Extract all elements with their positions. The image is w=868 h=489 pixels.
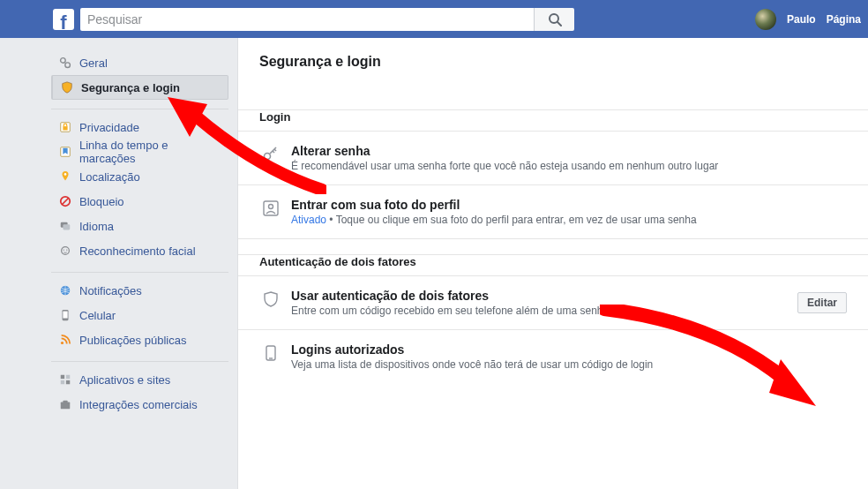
row-title: Usar autenticação de dois fatores: [291, 289, 797, 303]
svg-rect-11: [63, 224, 70, 229]
sidebar-item-privacy[interactable]: Privacidade: [51, 115, 228, 139]
phone-outline-icon: [259, 342, 282, 362]
row-title: Alterar senha: [291, 144, 847, 158]
sidebar-item-notifications[interactable]: Notificações: [51, 278, 228, 303]
row-subtitle: Entre com um código recebido em seu tele…: [291, 305, 797, 317]
sidebar-divider: [51, 109, 228, 109]
row-authorized-logins[interactable]: Logins autorizados Veja uma lista de dis…: [238, 330, 868, 383]
top-header: f Paulo Página: [0, 0, 868, 38]
row-profile-photo-login[interactable]: Entrar com sua foto do perfil Ativado • …: [238, 185, 868, 239]
sidebar-item-label: Reconhecimento facial: [79, 244, 196, 258]
key-icon: [259, 144, 282, 163]
sidebar-item-label: Notificações: [79, 284, 142, 297]
sidebar-item-label: Segurança e login: [81, 81, 180, 94]
svg-point-3: [65, 63, 71, 68]
sidebar-item-business[interactable]: Integrações comerciais: [51, 392, 228, 417]
svg-rect-20: [66, 375, 70, 379]
svg-rect-19: [61, 375, 64, 379]
svg-line-1: [557, 22, 561, 26]
svg-point-12: [62, 247, 70, 255]
sidebar-item-label: Geral: [79, 56, 108, 70]
search-bar: [80, 8, 574, 31]
search-input[interactable]: [80, 8, 534, 31]
sidebar-item-blocking[interactable]: Bloqueio: [51, 189, 228, 214]
svg-point-25: [265, 154, 271, 160]
svg-point-27: [269, 205, 273, 209]
row-title: Entrar com sua foto do perfil: [291, 198, 847, 212]
sidebar-item-label: Idioma: [79, 220, 114, 233]
svg-rect-5: [63, 126, 67, 130]
sidebar-item-mobile[interactable]: Celular: [51, 303, 228, 327]
sidebar-item-location[interactable]: Localização: [51, 164, 228, 189]
rss-icon: [58, 333, 72, 347]
row-subtitle: Veja uma lista de dispositivos onde você…: [291, 358, 847, 371]
row-use-2fa[interactable]: Usar autenticação de dois fatores Entre …: [238, 276, 868, 330]
profile-photo-icon: [259, 198, 282, 217]
svg-point-18: [61, 342, 64, 344]
svg-rect-21: [61, 380, 64, 384]
gear-icon: [58, 56, 72, 70]
face-icon: [58, 244, 72, 258]
sidebar-item-label: Privacidade: [79, 121, 139, 134]
svg-rect-17: [63, 312, 67, 319]
header-profile-link[interactable]: Paulo: [787, 13, 816, 26]
sidebar-item-public-posts[interactable]: Publicações públicas: [51, 327, 228, 352]
ribbon-icon: [58, 145, 72, 159]
row-subtitle: É recomendável usar uma senha forte que …: [291, 160, 847, 172]
svg-point-7: [64, 173, 67, 176]
apps-icon: [58, 372, 72, 387]
sidebar-item-general[interactable]: Geral: [51, 50, 228, 75]
pin-icon: [58, 169, 72, 184]
row-change-password[interactable]: Alterar senha É recomendável usar uma se…: [238, 132, 868, 185]
header-right: Paulo Página: [755, 0, 868, 38]
header-page-link[interactable]: Página: [827, 13, 861, 26]
svg-point-2: [61, 58, 66, 64]
main-content: Segurança e login Login Alterar senha É …: [238, 38, 868, 489]
facebook-logo[interactable]: f: [53, 9, 74, 30]
section-header-2fa: Autenticação de dois fatores: [238, 255, 868, 276]
svg-point-13: [64, 249, 64, 250]
mobile-icon: [58, 308, 72, 322]
sidebar-item-label: Integrações comerciais: [79, 398, 198, 411]
block-icon: [58, 194, 72, 208]
sidebar-item-label: Linha do tempo e marcações: [79, 139, 221, 165]
sidebar-item-timeline[interactable]: Linha do tempo e marcações: [51, 139, 228, 164]
business-icon: [58, 397, 72, 411]
language-icon: [58, 219, 72, 233]
sidebar-item-label: Publicações públicas: [79, 334, 186, 347]
svg-line-9: [63, 199, 69, 205]
sidebar-item-label: Localização: [79, 170, 140, 184]
sidebar-item-language[interactable]: Idioma: [51, 214, 228, 238]
search-button[interactable]: [534, 8, 574, 31]
sidebar-divider: [51, 272, 228, 273]
settings-sidebar: Geral Segurança e login Privacidade Linh…: [0, 38, 238, 489]
lock-icon: [58, 120, 72, 134]
avatar[interactable]: [755, 9, 776, 30]
shield-icon: [60, 80, 74, 94]
search-icon: [548, 12, 562, 26]
edit-button[interactable]: Editar: [797, 292, 847, 313]
sidebar-item-face-recognition[interactable]: Reconhecimento facial: [51, 238, 228, 263]
globe-icon: [58, 283, 72, 297]
svg-rect-22: [66, 380, 70, 384]
sidebar-item-label: Aplicativos e sites: [79, 373, 170, 387]
sidebar-item-security[interactable]: Segurança e login: [51, 75, 228, 100]
svg-rect-24: [63, 401, 67, 403]
sidebar-item-apps[interactable]: Aplicativos e sites: [51, 367, 228, 392]
page-title: Segurança e login: [238, 54, 868, 70]
svg-rect-23: [61, 402, 71, 409]
sidebar-item-label: Celular: [79, 309, 116, 322]
section-header-login: Login: [238, 110, 868, 132]
sidebar-divider: [51, 361, 228, 362]
row-title: Logins autorizados: [291, 342, 847, 357]
svg-point-14: [66, 249, 67, 250]
status-enabled: Ativado: [291, 214, 326, 226]
shield-outline-icon: [259, 289, 282, 308]
row-subtitle: Ativado • Toque ou clique em sua foto do…: [291, 214, 847, 226]
sidebar-item-label: Bloqueio: [79, 195, 124, 208]
